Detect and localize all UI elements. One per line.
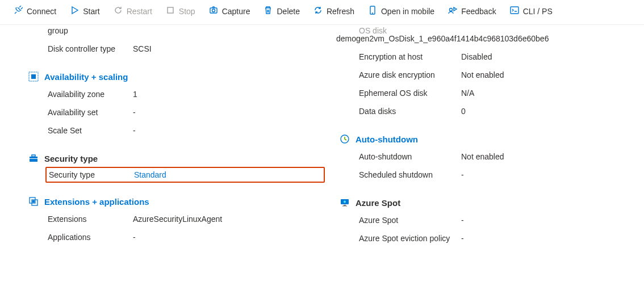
open-mobile-button[interactable]: Open in mobile [362,3,440,19]
azure-spot-section: Azure Spot [336,184,636,211]
row-applications: Applications - [25,228,325,246]
camera-icon [209,6,218,16]
data-disks-value: 0 [461,107,636,116]
play-icon [70,6,79,16]
ephemeral-label: Ephemeral OS disk [336,89,461,98]
azure-spot-title: Azure Spot [356,198,400,208]
svg-rect-8 [30,157,37,162]
restart-button: Restart [108,3,158,19]
refresh-button[interactable]: Refresh [308,3,360,19]
security-type-value[interactable]: Standard [134,170,324,179]
row-auto-shutdown: Auto-shutdown Not enabled [336,148,636,166]
security-type-label: Security type [47,170,134,179]
avail-set-value: - [133,108,325,117]
restart-label: Restart [127,7,152,16]
svg-rect-0 [168,7,173,13]
svg-point-2 [212,9,215,12]
avail-zone-label: Availability zone [25,90,133,99]
scale-set-label: Scale Set [25,126,133,135]
row-disk-controller: Disk controller type SCSI [25,40,325,58]
delete-label: Delete [277,7,299,16]
feedback-icon [448,6,457,16]
row-data-disks: Data disks 0 [336,102,636,120]
trash-icon [264,6,273,16]
monitor-icon [340,197,350,208]
group-label: group [25,26,133,35]
connect-label: Connect [27,7,56,16]
scaling-icon [28,72,39,82]
cli-ps-button[interactable]: CLI / PS [504,3,558,19]
eviction-value: - [461,234,636,243]
auto-shutdown-title: Auto-shutdown [356,134,418,144]
row-security-type: Security type Standard [45,167,325,183]
security-type-title: Security type [44,154,98,163]
auto-shutdown-label: Auto-shutdown [336,152,461,161]
extensions-value: AzureSecurityLinuxAgent [133,215,325,224]
data-disks-label: Data disks [336,107,461,116]
delete-button[interactable]: Delete [258,3,305,19]
row-eviction: Azure Spot eviction policy - [336,229,636,247]
row-extensions: Extensions AzureSecurityLinuxAgent [25,210,325,228]
disk-controller-value: SCSI [133,44,325,53]
open-mobile-label: Open in mobile [381,7,434,16]
row-azure-disk-enc: Azure disk encryption Not enabled [336,66,636,84]
refresh-icon [313,6,323,16]
cli-ps-label: CLI / PS [523,7,553,16]
feedback-button[interactable]: Feedback [442,3,501,19]
row-group-cut: group [25,22,325,40]
capture-button[interactable]: Capture [203,3,256,19]
row-enc-host: Encryption at host Disabled [336,48,636,66]
plug-icon [14,6,23,16]
availability-scaling-section[interactable]: Availability + scaling [25,58,325,85]
auto-shutdown-value: Not enabled [461,152,636,161]
mobile-icon [368,6,377,16]
svg-rect-5 [511,7,518,14]
avail-set-label: Availability set [25,108,133,117]
restart-icon [114,6,123,16]
azure-disk-enc-label: Azure disk encryption [336,70,461,79]
disk-controller-label: Disk controller type [25,44,133,53]
eviction-label: Azure Spot eviction policy [336,234,461,243]
stop-icon [166,6,175,16]
feedback-label: Feedback [461,7,496,16]
row-avail-set: Availability set - [25,103,325,121]
applications-label: Applications [25,233,133,242]
svg-rect-10 [30,158,37,159]
stop-button: Stop [160,3,201,19]
enc-host-value: Disabled [461,52,636,61]
svg-rect-16 [344,205,346,206]
azure-spot-value: - [461,216,636,225]
start-button[interactable]: Start [64,3,106,19]
svg-point-4 [450,9,453,11]
azure-disk-enc-value: Not enabled [461,70,636,79]
extensions-label: Extensions [25,215,133,224]
auto-shutdown-section[interactable]: Auto-shutdown [336,120,636,148]
svg-rect-17 [342,206,347,207]
connect-button[interactable]: Connect [8,3,62,19]
azure-spot-label: Azure Spot [336,216,461,225]
sched-shutdown-label: Scheduled shutdown [336,170,461,179]
capture-label: Capture [222,7,250,16]
row-avail-zone: Availability zone 1 [25,85,325,103]
extensions-apps-section[interactable]: Extensions + applications [25,183,325,210]
svg-rect-9 [32,155,35,157]
scale-set-value: - [133,126,325,135]
right-column: OS disk demogen2vm_OsDisk_1_e960a4f1414b… [331,25,636,247]
start-label: Start [83,7,100,16]
left-column: group Disk controller type SCSI Availabi… [8,25,331,247]
row-azure-spot: Azure Spot - [336,211,636,229]
enc-host-label: Encryption at host [336,52,461,61]
applications-value: - [133,233,325,242]
row-scale-set: Scale Set - [25,121,325,140]
stop-label: Stop [179,7,195,16]
sched-shutdown-value: - [461,170,636,179]
svg-rect-7 [31,74,36,79]
svg-rect-13 [32,200,35,203]
clock-icon [340,134,350,144]
os-disk-value: demogen2vm_OsDisk_1_e960a4f1414b4c968103… [336,34,636,43]
briefcase-icon [28,153,39,163]
row-os-disk-value: demogen2vm_OsDisk_1_e960a4f1414b4c968103… [336,34,636,48]
row-ephemeral: Ephemeral OS disk N/A [336,84,636,102]
ephemeral-value: N/A [461,89,636,98]
security-type-section: Security type [25,140,325,167]
